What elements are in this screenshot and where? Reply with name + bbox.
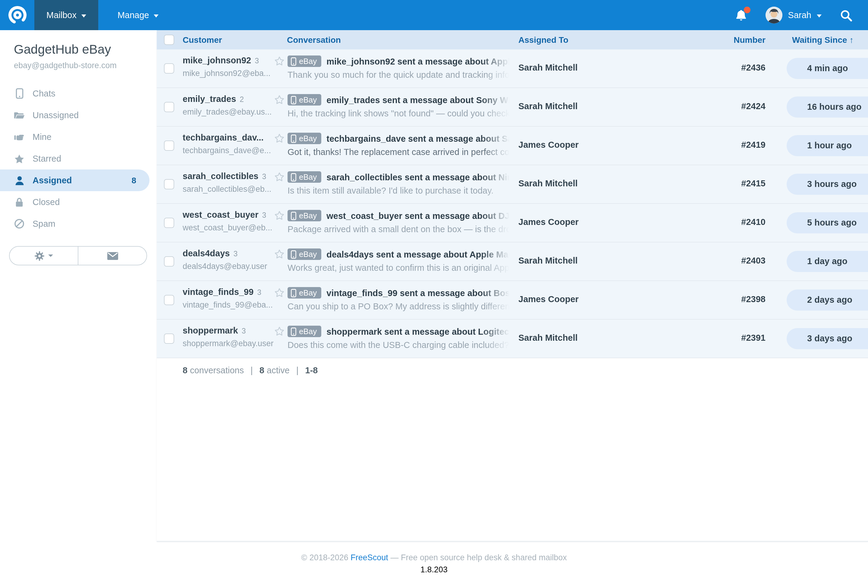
conversation-number: #2403 xyxy=(717,256,766,265)
conversation-preview: Is this item still available? I'd like t… xyxy=(288,186,509,195)
table-header: Customer Conversation Assigned To Number… xyxy=(157,30,868,49)
notifications-button[interactable] xyxy=(735,9,748,21)
phone-icon xyxy=(291,288,297,297)
conversation-subject: deals4days sent a message about Apple Ma… xyxy=(326,250,509,259)
star-icon[interactable] xyxy=(274,288,285,298)
conversation-row[interactable]: techbargains_dav... techbargains_dave@e.… xyxy=(157,127,868,165)
ebay-badge: eBay xyxy=(288,326,321,337)
person-icon xyxy=(14,175,25,185)
select-all-checkbox[interactable] xyxy=(164,35,174,45)
chevron-down-icon xyxy=(154,14,159,17)
conversation-row[interactable]: mike_johnson923 mike_johnson92@eba... eB… xyxy=(157,49,868,88)
conversation-table: Customer Conversation Assigned To Number… xyxy=(157,30,868,542)
new-conversation-button[interactable] xyxy=(78,247,146,265)
conversation-row[interactable]: shoppermark3 shoppermark@ebay.user eBay … xyxy=(157,320,868,358)
conversation-rows: mike_johnson923 mike_johnson92@eba... eB… xyxy=(157,49,868,358)
copyright-suffix: — Free open source help desk & shared ma… xyxy=(390,553,567,562)
star-icon[interactable] xyxy=(274,249,285,259)
sidebar-item-mine[interactable]: Mine xyxy=(0,126,149,148)
top-navbar: Mailbox Manage Sarah xyxy=(0,0,868,30)
conversation-row[interactable]: deals4days3 deals4days@ebay.user eBay de… xyxy=(157,242,868,281)
mailbox-menu[interactable]: Mailbox xyxy=(34,0,98,30)
row-checkbox[interactable] xyxy=(164,218,174,228)
header-conversation: Conversation xyxy=(287,35,341,44)
waiting-since: 2 days ago xyxy=(787,290,868,310)
phone-icon xyxy=(291,173,297,181)
sidebar-item-closed[interactable]: Closed xyxy=(0,191,149,213)
sort-asc-icon: ↑ xyxy=(850,35,854,44)
header-waiting-since[interactable]: Waiting Since↑ xyxy=(792,35,854,44)
phone-icon xyxy=(291,211,297,220)
user-name: Sarah xyxy=(788,10,811,20)
lock-icon xyxy=(14,197,25,207)
version-link[interactable]: 1.8.203 xyxy=(421,565,447,574)
thread-count: 3 xyxy=(262,173,266,181)
assigned-to: Sarah Mitchell xyxy=(518,333,578,343)
sidebar-item-starred[interactable]: Starred xyxy=(0,148,149,170)
star-icon[interactable] xyxy=(274,326,285,337)
star-icon[interactable] xyxy=(274,133,285,143)
separator: | xyxy=(296,365,299,375)
avatar xyxy=(766,7,783,24)
sidebar-item-unassigned[interactable]: Unassigned xyxy=(0,104,149,126)
ebay-badge: eBay xyxy=(288,287,321,298)
copyright-prefix: © 2018-2026 xyxy=(301,553,348,562)
range: 1-8 xyxy=(305,365,318,375)
conversation-number: #2410 xyxy=(717,217,766,227)
conversation-row[interactable]: sarah_collectibles3 sarah_collectibles@e… xyxy=(157,165,868,204)
search-button[interactable] xyxy=(840,9,852,21)
star-icon[interactable] xyxy=(274,95,285,105)
mailbox-settings-button[interactable] xyxy=(10,247,78,265)
row-checkbox[interactable] xyxy=(164,334,174,344)
manage-menu[interactable]: Manage xyxy=(105,0,171,30)
assigned-to: Sarah Mitchell xyxy=(518,101,578,111)
customer-email: deals4days@ebay.user xyxy=(183,262,267,271)
row-checkbox[interactable] xyxy=(164,140,174,151)
footer-version: 1.8.203 xyxy=(0,565,868,574)
user-menu[interactable]: Sarah xyxy=(766,7,822,24)
conversation-row[interactable]: emily_trades2 emily_trades@ebay.us... eB… xyxy=(157,88,868,127)
ebay-badge: eBay xyxy=(288,210,321,221)
sidebar-item-chats[interactable]: Chats xyxy=(0,83,149,104)
conversation-row[interactable]: west_coast_buyer3 west_coast_buyer@eb...… xyxy=(157,204,868,242)
row-checkbox[interactable] xyxy=(164,256,174,267)
sidebar-item-label: Chats xyxy=(32,89,149,98)
ebay-badge: eBay xyxy=(288,133,321,144)
footer: © 2018-2026 FreeScout — Free open source… xyxy=(0,553,868,562)
app-logo[interactable] xyxy=(0,0,34,30)
star-icon[interactable] xyxy=(274,56,285,66)
thread-count: 3 xyxy=(242,327,246,335)
sidebar-item-assigned[interactable]: Assigned 8 xyxy=(0,170,149,191)
conversations-count: 8 xyxy=(183,365,187,375)
conversation-subject: mike_johnson92 sent a message about Appl… xyxy=(326,56,509,66)
conversations-label: conversations xyxy=(190,365,244,375)
customer-name: deals4days3 xyxy=(183,248,238,258)
freescout-app: Mailbox Manage Sarah xyxy=(0,0,868,588)
row-checkbox[interactable] xyxy=(164,179,174,189)
customer-name: mike_johnson923 xyxy=(183,56,259,65)
row-checkbox[interactable] xyxy=(164,64,174,74)
active-count: 8 xyxy=(260,365,264,375)
conversation-number: #2419 xyxy=(717,140,766,149)
customer-name: sarah_collectibles3 xyxy=(183,171,266,181)
hand-right-icon xyxy=(14,132,25,142)
chevron-down-icon xyxy=(817,14,822,17)
freescout-logo-icon xyxy=(7,5,27,25)
row-checkbox[interactable] xyxy=(164,295,174,305)
freescout-link[interactable]: FreeScout xyxy=(350,553,388,562)
conversation-row[interactable]: vintage_finds_993 vintage_finds_99@eba..… xyxy=(157,281,868,320)
ebay-badge: eBay xyxy=(288,171,321,183)
folder-open-icon xyxy=(14,111,25,120)
customer-name: techbargains_dav... xyxy=(183,133,264,142)
chevron-down-icon xyxy=(81,14,86,17)
waiting-since: 3 days ago xyxy=(787,328,868,349)
star-icon[interactable] xyxy=(274,172,285,182)
conversation-subject: vintage_finds_99 sent a message about Bo… xyxy=(326,288,509,298)
sidebar-item-spam[interactable]: Spam xyxy=(0,213,149,235)
thread-count: 3 xyxy=(233,250,238,258)
mailbox-menu-label: Mailbox xyxy=(46,10,77,20)
assigned-to: James Cooper xyxy=(518,140,579,149)
row-checkbox[interactable] xyxy=(164,102,174,112)
assigned-to: Sarah Mitchell xyxy=(518,63,578,72)
star-icon[interactable] xyxy=(274,210,285,221)
